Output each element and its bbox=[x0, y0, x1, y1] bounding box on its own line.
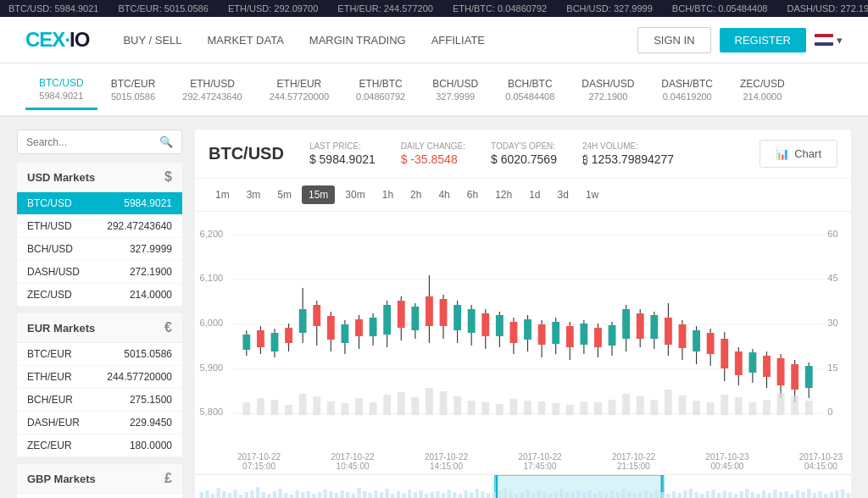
svg-rect-256 bbox=[846, 493, 849, 498]
tab-price: 0.04619200 bbox=[661, 91, 713, 102]
svg-rect-36 bbox=[383, 305, 391, 335]
svg-rect-120 bbox=[566, 405, 574, 415]
mini-chart[interactable]: 10.23 bbox=[195, 474, 851, 498]
market-item-btcusd[interactable]: BTC/USD 5984.9021 bbox=[17, 192, 182, 215]
svg-rect-212 bbox=[599, 491, 603, 498]
ticker-item: BTC/EUR: 5015.0586 bbox=[118, 3, 208, 14]
market-item-btcgbp[interactable]: BTC/GBP 4629.6561 bbox=[17, 494, 182, 498]
svg-rect-200 bbox=[531, 493, 535, 498]
svg-rect-236 bbox=[734, 494, 737, 498]
svg-rect-173 bbox=[397, 491, 400, 498]
market-price: 229.9450 bbox=[130, 417, 172, 429]
time-btn-12h[interactable]: 12h bbox=[488, 185, 519, 204]
search-input[interactable] bbox=[26, 136, 159, 148]
svg-rect-195 bbox=[504, 488, 507, 498]
register-button[interactable]: REGISTER bbox=[720, 28, 806, 53]
nav-market-data[interactable]: MARKET DATA bbox=[208, 34, 284, 47]
last-price-value: $ 5984.9021 bbox=[309, 152, 376, 166]
time-btn-15m[interactable]: 15m bbox=[302, 185, 335, 204]
svg-rect-254 bbox=[835, 490, 838, 498]
time-btn-1d[interactable]: 1d bbox=[522, 185, 547, 204]
market-item-dashusd[interactable]: DASH/USD 272.1900 bbox=[17, 261, 182, 284]
svg-rect-251 bbox=[818, 491, 821, 498]
market-item-btceur[interactable]: BTC/EUR 5015.0586 bbox=[17, 343, 182, 366]
time-btn-4h[interactable]: 4h bbox=[431, 185, 456, 204]
svg-rect-155 bbox=[295, 490, 298, 498]
svg-rect-165 bbox=[352, 494, 355, 498]
market-item-bcheur[interactable]: BCH/EUR 275.1500 bbox=[17, 389, 182, 412]
svg-rect-199 bbox=[526, 490, 529, 498]
nav-buy-sell[interactable]: BUY / SELL bbox=[123, 34, 181, 47]
market-item-dasheur[interactable]: DASH/EUR 229.9450 bbox=[17, 412, 182, 434]
time-btn-6h[interactable]: 6h bbox=[460, 185, 485, 204]
market-pair: BTC/EUR bbox=[27, 348, 72, 360]
svg-rect-229 bbox=[694, 492, 698, 498]
market-item-zecusd[interactable]: ZEC/USD 214.0000 bbox=[17, 284, 182, 307]
svg-rect-171 bbox=[385, 489, 388, 498]
currency-tab-dashbtc[interactable]: DASH/BTC 0.04619200 bbox=[648, 71, 726, 108]
time-btn-1w[interactable]: 1w bbox=[579, 185, 605, 204]
signin-button[interactable]: SIGN IN bbox=[637, 27, 710, 53]
currency-tab-ethbtc[interactable]: ETH/BTC 0.04860792 bbox=[342, 71, 419, 108]
svg-rect-209 bbox=[582, 492, 586, 498]
market-item-etheur[interactable]: ETH/EUR 244.57720000 bbox=[17, 366, 182, 389]
svg-rect-62 bbox=[566, 326, 574, 347]
currency-tab-dashusd[interactable]: DASH/USD 272.1900 bbox=[568, 71, 648, 108]
tab-pair: ETH/USD bbox=[182, 78, 242, 90]
svg-rect-118 bbox=[538, 401, 546, 415]
svg-rect-161 bbox=[329, 491, 332, 498]
tab-pair: DASH/USD bbox=[581, 78, 634, 90]
time-btn-30m[interactable]: 30m bbox=[338, 185, 371, 204]
svg-text:15: 15 bbox=[827, 363, 837, 373]
volume-bars bbox=[242, 388, 812, 415]
svg-rect-175 bbox=[408, 490, 411, 498]
market-item-bchusd[interactable]: BCH/USD 327.9999 bbox=[17, 238, 182, 261]
svg-rect-64 bbox=[580, 324, 587, 345]
nav-margin-trading[interactable]: MARGIN TRADING bbox=[309, 34, 406, 47]
market-pair: BCH/USD bbox=[27, 243, 73, 255]
time-btn-5m[interactable]: 5m bbox=[270, 185, 298, 204]
time-btn-1h[interactable]: 1h bbox=[376, 185, 400, 204]
svg-rect-140 bbox=[211, 494, 214, 498]
svg-rect-58 bbox=[538, 324, 546, 345]
time-btn-3d[interactable]: 3d bbox=[551, 185, 576, 204]
market-item-ethusd[interactable]: ETH/USD 292.47243640 bbox=[17, 215, 182, 238]
currency-tab-btcusd[interactable]: BTC/USD 5984.9021 bbox=[25, 70, 97, 110]
tab-pair: DASH/BTC bbox=[661, 78, 713, 90]
svg-rect-193 bbox=[492, 492, 496, 498]
svg-rect-22 bbox=[285, 328, 292, 343]
currency-tab-etheur[interactable]: ETH/EUR 244.57720000 bbox=[256, 71, 342, 108]
flag-selector[interactable]: ▾ bbox=[815, 34, 843, 47]
svg-rect-148 bbox=[256, 487, 259, 498]
currency-tab-btceur[interactable]: BTC/EUR 5015.0586 bbox=[97, 71, 170, 108]
chart-button[interactable]: 📊 Chart bbox=[760, 140, 837, 168]
time-btn-1m[interactable]: 1m bbox=[209, 185, 236, 204]
svg-rect-248 bbox=[801, 492, 804, 498]
svg-rect-172 bbox=[391, 494, 394, 498]
svg-rect-255 bbox=[841, 490, 844, 498]
market-item-zeceur[interactable]: ZEC/EUR 180.0000 bbox=[17, 434, 182, 457]
currency-tab-bchusd[interactable]: BCH/USD 327.9999 bbox=[419, 71, 492, 108]
time-btn-2h[interactable]: 2h bbox=[403, 185, 428, 204]
x-label: 2017-10-2300:45:00 bbox=[705, 452, 748, 471]
svg-rect-123 bbox=[609, 400, 616, 415]
nav-affiliate[interactable]: AFFILIATE bbox=[431, 34, 485, 47]
currency-tab-zecusd[interactable]: ZEC/USD 214.0000 bbox=[726, 71, 798, 108]
svg-rect-24 bbox=[299, 309, 307, 333]
search-box[interactable]: 🔍 bbox=[17, 130, 182, 154]
time-btn-3m[interactable]: 3m bbox=[240, 185, 268, 204]
market-price: 214.0000 bbox=[130, 289, 172, 301]
svg-rect-124 bbox=[622, 394, 630, 415]
svg-rect-226 bbox=[677, 493, 681, 498]
svg-rect-169 bbox=[374, 490, 377, 498]
volume-label: 24h volume: bbox=[582, 141, 674, 151]
svg-rect-82 bbox=[707, 333, 715, 354]
svg-rect-167 bbox=[363, 491, 366, 498]
svg-rect-159 bbox=[318, 492, 321, 498]
svg-rect-30 bbox=[341, 324, 348, 343]
svg-rect-104 bbox=[341, 403, 348, 415]
ticker-item: DASH/USD: 272.1900 bbox=[787, 3, 868, 14]
currency-tab-bchbtc[interactable]: BCH/BTC 0.05484408 bbox=[492, 71, 568, 108]
currency-tab-ethusd[interactable]: ETH/USD 292.47243640 bbox=[169, 71, 255, 108]
svg-rect-242 bbox=[768, 493, 771, 498]
